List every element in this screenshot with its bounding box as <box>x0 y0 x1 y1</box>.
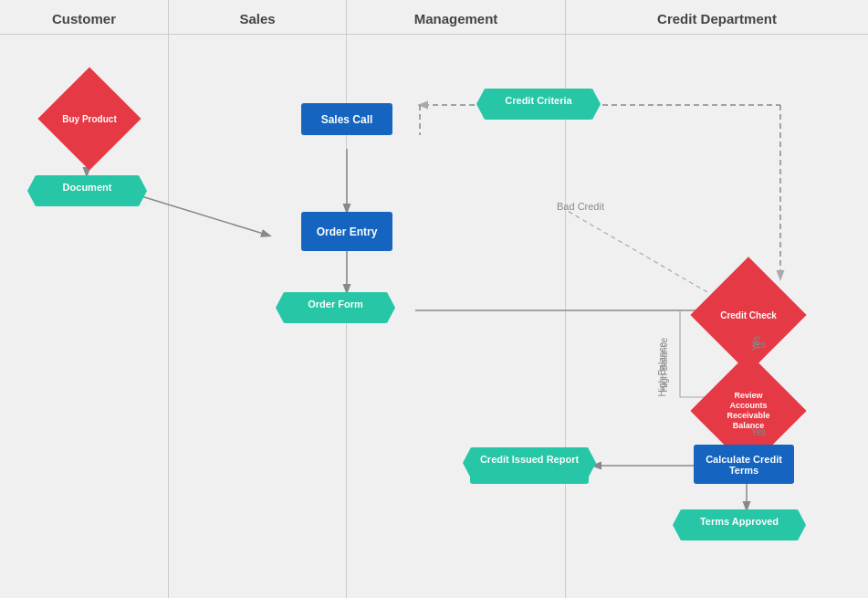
sales-call-shape: Sales Call <box>301 103 392 135</box>
lane-header-credit: Credit Department <box>566 0 868 35</box>
credit-criteria-label: Credit Criteria <box>505 95 571 106</box>
buy-product-shape: Buy Product <box>53 82 126 155</box>
high-balance-text: High Balance <box>659 338 669 392</box>
terms-approved-label: Terms Approved <box>700 516 779 527</box>
document-banner: Document <box>35 175 140 206</box>
credit-criteria-shape: Credit Criteria <box>484 89 593 120</box>
review-ar-shape: Review Accounts Receivable Balance <box>707 370 790 452</box>
terms-approved-shape: Terms Approved <box>680 509 799 540</box>
calculate-credit-terms-label: Calculate Credit Terms <box>703 454 785 476</box>
order-form-banner: Order Form <box>283 292 388 323</box>
credit-issued-report-banner: Credit Issued Report <box>470 447 589 484</box>
buy-product-label: Buy Product <box>60 114 120 124</box>
order-entry-label: Order Entry <box>317 226 378 238</box>
lane-header-sales: Sales <box>169 0 346 35</box>
lane-header-management: Management <box>347 0 565 35</box>
credit-check-shape: Credit Check <box>707 274 790 356</box>
document-shape: Document <box>35 175 140 206</box>
order-entry-shape: Order Entry <box>301 212 392 251</box>
yes2-text: Yes <box>751 427 766 437</box>
diagram-container: Customer Sales Management Credit Departm… <box>0 0 868 598</box>
review-ar-label: Review Accounts Receivable Balance <box>716 391 781 430</box>
credit-criteria-banner: Credit Criteria <box>484 89 593 120</box>
yes1-text: Yes <box>751 340 766 350</box>
credit-check-label: Credit Check <box>716 310 780 320</box>
document-label: Document <box>63 182 112 193</box>
credit-issued-report-shape: Credit Issued Report <box>470 447 589 484</box>
order-form-shape: Order Form <box>283 292 388 323</box>
calculate-credit-terms-shape: Calculate Credit Terms <box>694 445 794 484</box>
terms-approved-banner: Terms Approved <box>680 509 799 540</box>
order-form-label: Order Form <box>308 299 363 309</box>
credit-issued-report-label: Credit Issued Report <box>480 454 579 465</box>
sales-call-label: Sales Call <box>321 113 373 126</box>
bad-credit-label: Bad Credit <box>557 201 604 212</box>
lane-header-customer: Customer <box>0 0 168 35</box>
